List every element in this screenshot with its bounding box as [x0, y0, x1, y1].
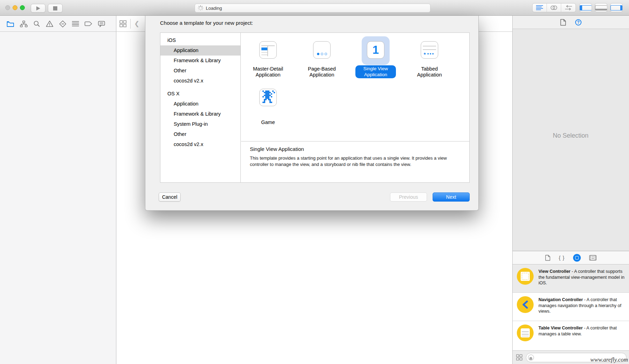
- template-label: TabbedApplication: [396, 66, 463, 78]
- view-controller-icon: [517, 268, 534, 285]
- navigator-panel: [0, 16, 116, 364]
- navigator-panel-icon: [580, 5, 592, 10]
- category-ios-other[interactable]: Other: [160, 66, 240, 76]
- debug-area-icon: [595, 5, 607, 10]
- version-editor-button[interactable]: [561, 3, 576, 12]
- library-selector-bar: { }: [513, 251, 629, 264]
- next-button[interactable]: Next: [433, 192, 470, 202]
- inspector-empty-state: No Selection: [512, 132, 629, 139]
- quick-help-inspector-icon[interactable]: ?: [575, 19, 581, 26]
- file-template-library-icon[interactable]: [545, 255, 550, 261]
- standard-editor-icon: [536, 5, 543, 10]
- template-category-list: iOS Application Framework & Library Othe…: [160, 33, 241, 182]
- template-description-title: Single View Application: [250, 146, 461, 152]
- cancel-button[interactable]: Cancel: [159, 192, 181, 202]
- toggle-inspector-panel-button[interactable]: [610, 3, 623, 12]
- symbol-navigator-icon[interactable]: [20, 21, 28, 27]
- report-navigator-icon[interactable]: [72, 21, 79, 27]
- loading-spinner-icon: [198, 5, 203, 11]
- watermark: www.arefly.com: [590, 356, 628, 363]
- back-button[interactable]: ❮: [134, 20, 139, 28]
- issue-navigator-icon[interactable]: [46, 20, 53, 27]
- code-snippet-library-icon[interactable]: { }: [559, 255, 565, 261]
- status-text: Loading: [206, 6, 222, 11]
- selected-template-label: Single ViewApplication: [355, 65, 396, 78]
- window-toolbar: Loading: [0, 0, 629, 16]
- related-items-icon[interactable]: [119, 20, 127, 28]
- toggle-navigator-panel-button[interactable]: [579, 3, 592, 12]
- category-osx-system-plugin[interactable]: System Plug-in: [160, 119, 240, 129]
- library-item-table-view-controller[interactable]: Table View Controller - A controller tha…: [513, 321, 629, 350]
- category-section-osx: OS X: [160, 88, 240, 99]
- category-section-ios: iOS: [160, 35, 240, 45]
- stop-icon: [53, 6, 57, 10]
- single-view-icon: 1: [367, 41, 384, 59]
- breakpoint-navigator-icon[interactable]: [59, 20, 66, 28]
- assistant-editor-button[interactable]: [547, 3, 561, 12]
- library-item-navigation-controller[interactable]: Navigation Controller - A controller tha…: [513, 293, 629, 321]
- activity-status-bar: Loading: [195, 3, 431, 13]
- category-ios-application[interactable]: Application: [160, 45, 240, 56]
- template-tabbed[interactable]: ★ TabbedApplication: [403, 35, 456, 84]
- category-osx-other[interactable]: Other: [160, 129, 240, 139]
- library-item-text: Navigation Controller - A controller tha…: [538, 296, 626, 314]
- game-icon: [259, 89, 277, 106]
- page-based-icon: [313, 41, 331, 59]
- new-project-template-sheet: Choose a template for your new project: …: [145, 16, 479, 211]
- library-item-text: Table View Controller - A controller tha…: [538, 325, 626, 337]
- table-view-controller-icon: [517, 325, 534, 341]
- library-view-mode-icon[interactable]: [516, 354, 523, 361]
- template-chooser: iOS Application Framework & Library Othe…: [160, 32, 470, 183]
- version-editor-icon: [565, 5, 572, 10]
- stop-button[interactable]: [48, 4, 63, 13]
- inspector-selector-bar: ?: [512, 16, 629, 29]
- inspector-panel-icon: [610, 5, 622, 10]
- tabbed-icon: ★: [421, 41, 438, 59]
- standard-editor-button[interactable]: [533, 3, 547, 12]
- template-description-body: This template provides a starting point …: [250, 155, 463, 168]
- category-ios-cocos2d[interactable]: cocos2d v2.x: [160, 76, 240, 86]
- project-navigator-icon[interactable]: [7, 21, 14, 27]
- category-ios-framework-library[interactable]: Framework & Library: [160, 56, 240, 66]
- master-detail-icon: [259, 41, 277, 59]
- assistant-editor-icon: [550, 5, 558, 10]
- tag-navigator-icon[interactable]: [85, 21, 92, 26]
- category-osx-framework-library[interactable]: Framework & Library: [160, 109, 240, 119]
- category-osx-application[interactable]: Application: [160, 99, 240, 109]
- close-window-button[interactable]: [5, 5, 10, 10]
- template-label: Page-BasedApplication: [288, 66, 356, 78]
- toggle-debug-area-button[interactable]: [595, 3, 607, 12]
- previous-button[interactable]: Previous: [390, 192, 427, 202]
- template-description: Single View Application This template pr…: [241, 141, 470, 182]
- template-single-view-selected[interactable]: 1 Single ViewApplication: [349, 35, 403, 84]
- file-inspector-icon[interactable]: [560, 19, 566, 26]
- template-master-detail[interactable]: Master-DetailApplication: [241, 35, 295, 84]
- navigation-controller-icon: [517, 296, 534, 313]
- template-game[interactable]: Game: [241, 83, 295, 125]
- play-icon: [36, 6, 41, 11]
- search-navigator-icon[interactable]: [33, 20, 40, 27]
- minimize-window-button[interactable]: [13, 5, 17, 10]
- filter-icon: [528, 355, 534, 361]
- editor-mode-segmented-control: [532, 3, 576, 12]
- template-page-based[interactable]: Page-BasedApplication: [295, 35, 349, 84]
- jump-bar-separator: [130, 19, 131, 29]
- category-osx-cocos2d[interactable]: cocos2d v2.x: [160, 139, 240, 150]
- zoom-window-button[interactable]: [20, 5, 25, 10]
- template-label: Game: [234, 119, 302, 125]
- template-grid: Master-DetailApplication Page-BasedAppli…: [241, 33, 470, 141]
- run-button[interactable]: [31, 4, 45, 13]
- log-navigator-icon[interactable]: [98, 21, 105, 27]
- sheet-title: Choose a template for your new project:: [160, 20, 253, 26]
- library-item-text: View Controller - A controller that supp…: [538, 268, 626, 286]
- media-library-icon[interactable]: [589, 255, 597, 261]
- navigator-tab-bar: [0, 16, 116, 32]
- object-library-icon[interactable]: [573, 254, 581, 262]
- library-item-view-controller[interactable]: View Controller - A controller that supp…: [513, 264, 629, 293]
